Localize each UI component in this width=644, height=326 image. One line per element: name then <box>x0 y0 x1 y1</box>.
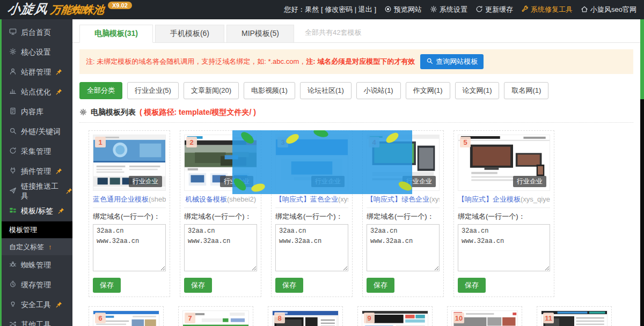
sidebar-subitem-custom-tags[interactable]: 自定义标签↑ <box>2 238 72 255</box>
pin-icon <box>56 167 62 176</box>
sidebar-item-core-settings[interactable]: 核心设置 <box>2 42 72 62</box>
official-site-button[interactable]: 小旋风seo官网 <box>581 5 636 14</box>
template-thumbnail[interactable]: 5行业企业 <box>458 135 550 191</box>
template-thumbnail[interactable]: 11 <box>541 310 608 326</box>
template-cards-row-2: 67891011 <box>89 306 640 326</box>
card-title: 【响应式】蓝色企业(xys_blue) <box>275 195 348 208</box>
category-tag: 行业企业 <box>129 176 162 187</box>
page-scrollbar-thumb[interactable] <box>640 19 644 99</box>
domain-textarea[interactable]: 32aa.cn www.32aa.cn <box>458 224 550 271</box>
category-button[interactable]: 行业企业(5) <box>127 82 179 99</box>
sidebar-item-plugin-manage[interactable]: 插件管理 <box>2 161 72 181</box>
template-thumbnail[interactable]: 7 <box>182 310 249 326</box>
sidebar-item-site-optimize[interactable]: 站点优化 <box>2 82 72 102</box>
save-button[interactable]: 保存 <box>93 278 121 293</box>
greeting-text: 您好：果然 <box>284 5 319 13</box>
page-scrollbar-track[interactable] <box>640 19 644 326</box>
sidebar-item-push-tools[interactable]: 链接推送工具 <box>2 181 72 201</box>
card-title: 蓝色通用企业模板(shebei) <box>93 195 166 208</box>
monitor-icon <box>9 28 17 37</box>
category-button[interactable]: 电影视频(1) <box>244 82 295 99</box>
domain-textarea[interactable]: 32aa.cn www.32aa.cn <box>367 224 440 271</box>
leaves-decoration <box>232 130 412 194</box>
template-thumbnail[interactable]: 10 <box>451 310 518 326</box>
tab-pc-templates[interactable]: 电脑模板(31) <box>79 25 153 43</box>
bind-domain-label: 绑定域名(一行一个)： <box>367 212 440 221</box>
logo-sub-text: 万能蜘蛛池 <box>49 0 105 19</box>
update-cache-button[interactable]: 更新缓存 <box>475 5 513 14</box>
pin-icon <box>66 187 72 196</box>
domain-textarea[interactable]: 32aa.cn www.32aa.cn <box>184 224 257 271</box>
category-tag: 行业企业 <box>513 176 546 187</box>
category-button[interactable]: 作文网(1) <box>406 82 450 99</box>
query-site-template-button[interactable]: 查询网站模板 <box>420 54 484 69</box>
sidebar-subitem-label: 自定义标签 <box>9 242 44 252</box>
bind-domain-label: 绑定域名(一行一个)： <box>275 212 348 221</box>
template-thumbnail[interactable]: 9 <box>362 310 428 326</box>
template-thumbnail[interactable]: 1行业企业 <box>93 135 166 191</box>
template-tabbar: 电脑模板(31)手机模板(6)MIP模板(5) 全部共有42套模板 <box>72 19 640 43</box>
template-thumbnail[interactable]: 6 <box>93 310 159 326</box>
template-name-link[interactable]: 蓝色通用企业模板 <box>93 195 149 203</box>
tab-mobile-templates[interactable]: 手机模板(6) <box>155 25 224 43</box>
gear-icon <box>430 5 437 14</box>
pin-icon <box>56 301 62 309</box>
category-button[interactable]: 论文网(1) <box>455 82 500 99</box>
category-button[interactable]: 全部分类 <box>79 82 122 99</box>
refresh-icon <box>475 5 483 14</box>
divider: | <box>353 5 358 13</box>
category-button[interactable]: 文章新闻(20) <box>184 82 239 99</box>
clock-icon <box>9 280 17 290</box>
gear-icon <box>79 108 87 117</box>
template-name-link[interactable]: 机械设备模板 <box>185 195 227 203</box>
list-title: 电脑模板列表 <box>91 108 136 117</box>
sidebar-item-other-tools[interactable]: 其他工具 <box>2 315 72 326</box>
template-card: 10 <box>447 306 522 326</box>
pin-icon <box>56 88 62 97</box>
domain-textarea[interactable]: 32aa.cn www.32aa.cn <box>275 224 348 271</box>
sidebar-item-site-group[interactable]: 站群管理 <box>2 62 72 82</box>
sidebar-item-label: 外链/关键词 <box>21 127 61 137</box>
save-button[interactable]: 保存 <box>458 278 486 293</box>
template-card: 6 <box>89 306 164 326</box>
domain-textarea[interactable]: 32aa.cn www.32aa.cn <box>93 224 166 271</box>
card-number-badge: 2 <box>186 137 197 147</box>
sidebar-item-security-tools[interactable]: 安全工具 <box>2 295 72 315</box>
save-button[interactable]: 保存 <box>367 278 394 293</box>
template-code: (xys_blue) <box>338 195 348 203</box>
logout-link[interactable]: 退出 <box>358 5 372 13</box>
category-button[interactable]: 取名网(1) <box>504 82 548 99</box>
sidebar-subitem-template-manage[interactable]: 模板管理 <box>2 221 72 238</box>
sidebar-item-dashboard[interactable]: 后台首页 <box>2 23 72 42</box>
sidebar-item-label: 蜘蛛管理 <box>21 261 51 270</box>
sidebar-item-collect-manage[interactable]: 采集管理 <box>2 142 72 161</box>
save-button[interactable]: 保存 <box>275 278 303 293</box>
sidebar-item-cache-manage[interactable]: 缓存管理 <box>2 275 72 295</box>
category-button[interactable]: 论坛社区(1) <box>300 82 352 99</box>
app-logo: 小旋风 万能蜘蛛池 X9.02 <box>8 0 132 19</box>
save-button[interactable]: 保存 <box>184 278 212 293</box>
sidebar-item-templates-tags[interactable]: 模板/标签 <box>2 201 72 221</box>
sidebar-item-links-keywords[interactable]: 外链/关键词 <box>2 122 72 142</box>
template-name-link[interactable]: 【响应式】蓝色企业 <box>275 195 338 203</box>
top-header: 小旋风 万能蜘蛛池 X9.02 您好：果然 [ 修改密码 | 退出 ] 预览网站… <box>0 0 644 19</box>
logo-main-text: 小旋风 <box>6 0 49 18</box>
bind-domain-label: 绑定域名(一行一个)： <box>184 212 257 221</box>
search-icon <box>9 127 17 136</box>
template-name-link[interactable]: 【响应式】企业模板 <box>458 195 521 203</box>
template-thumbnail[interactable]: 8 <box>272 310 339 326</box>
system-settings-button[interactable]: 系统设置 <box>430 5 467 14</box>
tab-mip-templates[interactable]: MIP模板(5) <box>226 25 294 43</box>
category-button[interactable]: 小说站(1) <box>356 82 401 99</box>
query-button-label: 查询网站模板 <box>436 57 478 66</box>
version-badge: X9.02 <box>108 2 132 9</box>
gear-icon <box>9 48 17 57</box>
sidebar-item-spider-manage[interactable]: 蜘蛛管理 <box>2 255 72 275</box>
repair-tools-button[interactable]: 系统修复工具 <box>521 5 573 14</box>
change-password-link[interactable]: 修改密码 <box>325 5 353 13</box>
template-code: (shebei) <box>149 195 166 203</box>
preview-site-button[interactable]: 预览网站 <box>384 5 422 14</box>
template-name-link[interactable]: 【响应式】绿色企业 <box>367 195 429 203</box>
card-number-badge: 9 <box>364 313 375 323</box>
sidebar-item-content-library[interactable]: 内容库 <box>2 102 72 122</box>
